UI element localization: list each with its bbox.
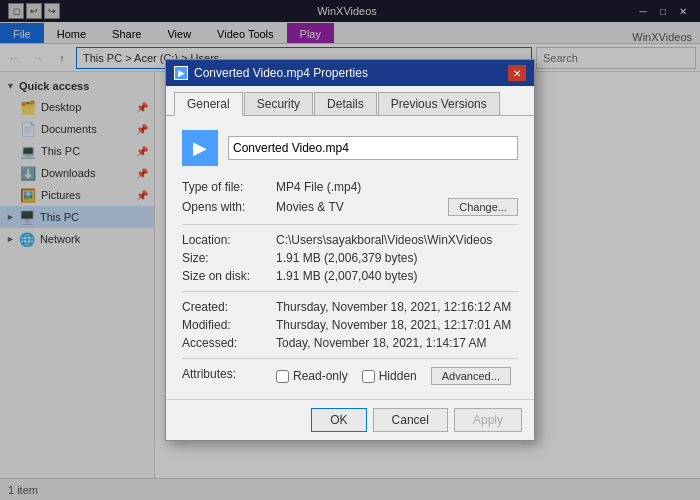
opens-with-row: Opens with: Movies & TV Change... <box>182 198 518 216</box>
size-disk-label: Size on disk: <box>182 269 272 283</box>
location-value: C:\Users\sayakboral\Videos\WinXVideos <box>276 233 492 247</box>
modal-close-button[interactable]: ✕ <box>508 65 526 81</box>
size-label: Size: <box>182 251 272 265</box>
modified-label: Modified: <box>182 318 272 332</box>
modal-body: ▶ Type of file: MP4 File (.mp4) Opens wi… <box>166 116 534 399</box>
attributes-label: Attributes: <box>182 367 272 381</box>
type-value: MP4 File (.mp4) <box>276 180 361 194</box>
readonly-checkbox[interactable] <box>276 370 289 383</box>
hidden-checkbox[interactable] <box>362 370 375 383</box>
divider-1 <box>182 224 518 225</box>
modal-tabs: General Security Details Previous Versio… <box>166 86 534 116</box>
dialog-tab-general[interactable]: General <box>174 92 243 116</box>
attributes-row: Attributes: Read-only Hidden Advanced... <box>182 367 518 385</box>
ok-button[interactable]: OK <box>311 408 366 432</box>
size-row: Size: 1.91 MB (2,006,379 bytes) <box>182 251 518 265</box>
hidden-checkbox-label[interactable]: Hidden <box>362 369 417 383</box>
dialog-tab-previous-versions[interactable]: Previous Versions <box>378 92 500 115</box>
size-value: 1.91 MB (2,006,379 bytes) <box>276 251 417 265</box>
created-value: Thursday, November 18, 2021, 12:16:12 AM <box>276 300 511 314</box>
change-button[interactable]: Change... <box>448 198 518 216</box>
created-row: Created: Thursday, November 18, 2021, 12… <box>182 300 518 314</box>
accessed-row: Accessed: Today, November 18, 2021, 1:14… <box>182 336 518 350</box>
created-label: Created: <box>182 300 272 314</box>
cancel-button[interactable]: Cancel <box>373 408 448 432</box>
size-disk-row: Size on disk: 1.91 MB (2,007,040 bytes) <box>182 269 518 283</box>
properties-dialog: ▶ Converted Video.mp4 Properties ✕ Gener… <box>165 59 535 441</box>
readonly-checkbox-label[interactable]: Read-only <box>276 369 348 383</box>
hidden-label: Hidden <box>379 369 417 383</box>
size-disk-value: 1.91 MB (2,007,040 bytes) <box>276 269 417 283</box>
modal-footer: OK Cancel Apply <box>166 399 534 440</box>
accessed-value: Today, November 18, 2021, 1:14:17 AM <box>276 336 487 350</box>
file-type-icon: ▶ <box>182 130 218 166</box>
location-row: Location: C:\Users\sayakboral\Videos\Win… <box>182 233 518 247</box>
dialog-tab-security[interactable]: Security <box>244 92 313 115</box>
checkbox-row: Read-only Hidden Advanced... <box>276 367 511 385</box>
modal-title: Converted Video.mp4 Properties <box>194 66 368 80</box>
modified-value: Thursday, November 18, 2021, 12:17:01 AM <box>276 318 511 332</box>
advanced-button[interactable]: Advanced... <box>431 367 511 385</box>
file-header-row: ▶ <box>182 130 518 166</box>
modal-title-bar: ▶ Converted Video.mp4 Properties ✕ <box>166 60 534 86</box>
modal-title-left: ▶ Converted Video.mp4 Properties <box>174 66 368 80</box>
accessed-label: Accessed: <box>182 336 272 350</box>
modified-row: Modified: Thursday, November 18, 2021, 1… <box>182 318 518 332</box>
opens-value: Movies & TV <box>276 200 344 214</box>
location-label: Location: <box>182 233 272 247</box>
divider-2 <box>182 291 518 292</box>
divider-3 <box>182 358 518 359</box>
apply-button[interactable]: Apply <box>454 408 522 432</box>
file-name-input[interactable] <box>228 136 518 160</box>
modal-file-icon: ▶ <box>174 66 188 80</box>
readonly-label: Read-only <box>293 369 348 383</box>
opens-label: Opens with: <box>182 200 272 214</box>
type-label: Type of file: <box>182 180 272 194</box>
type-row: Type of file: MP4 File (.mp4) <box>182 180 518 194</box>
dialog-tab-details[interactable]: Details <box>314 92 377 115</box>
modal-overlay: ▶ Converted Video.mp4 Properties ✕ Gener… <box>0 0 700 500</box>
